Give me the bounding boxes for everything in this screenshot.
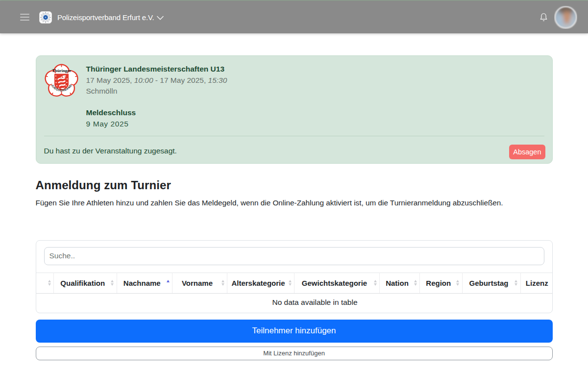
svg-text:Thüringer: Thüringer — [51, 68, 71, 73]
